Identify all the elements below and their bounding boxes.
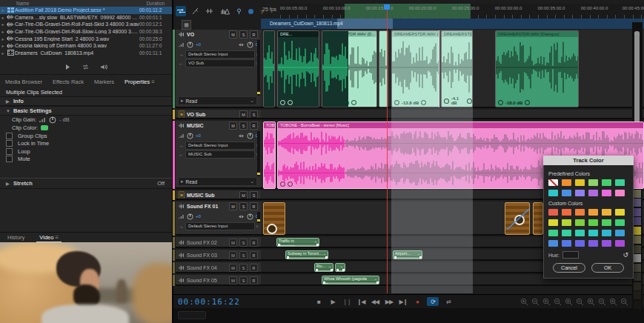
clip-gain-knob[interactable]: [267, 224, 277, 234]
color-swatch[interactable]: [562, 230, 571, 236]
color-swatch[interactable]: [602, 230, 611, 236]
clip-waveform: [392, 31, 439, 107]
audio-clip-fx-orange[interactable]: [505, 202, 530, 235]
audio-clip-fx-green[interactable]: Whoa Whoosh (pagoda ec...⌄: [322, 276, 379, 284]
color-swatch[interactable]: [615, 219, 625, 226]
audio-clip-vo[interactable]: DREAMERSTDR.WAV (D...-17.6 dB: [322, 30, 377, 107]
color-swatch[interactable]: [575, 179, 585, 186]
clip-name: TOBONE...: [264, 122, 275, 128]
color-swatch[interactable]: [562, 219, 571, 226]
clip-gain-indicator[interactable]: -4.1 dB: [444, 96, 472, 105]
color-swatch[interactable]: [588, 230, 598, 236]
audio-clip-vo[interactable]: DREAMERSTDR.WAV [Dialogue]-18.0 dB: [495, 30, 579, 107]
audio-clip-fx-green[interactable]: Ro...⌄: [314, 263, 333, 272]
audio-clip-vo[interactable]: DREAMERSTDR...-4.1 dB: [441, 30, 473, 107]
color-swatch[interactable]: [548, 219, 558, 226]
clip-waveform: [264, 31, 275, 107]
color-swatch[interactable]: [615, 240, 625, 247]
color-swatch[interactable]: [548, 230, 558, 236]
clip-gain-knob[interactable]: [394, 100, 399, 105]
color-swatch[interactable]: [562, 179, 571, 186]
clip-name: DRE...: [278, 31, 319, 37]
color-swatch[interactable]: [562, 190, 571, 196]
playhead-line: [387, 9, 388, 293]
color-swatch[interactable]: [575, 209, 585, 216]
stereo-lane: [278, 130, 644, 157]
color-swatch[interactable]: [588, 179, 598, 186]
color-swatch[interactable]: [602, 240, 611, 247]
color-swatch[interactable]: [615, 230, 625, 236]
color-swatch[interactable]: [548, 190, 558, 196]
audio-clip-fx-orange[interactable]: [263, 202, 285, 235]
color-swatch[interactable]: [615, 209, 625, 216]
crossfade-line: [439, 30, 439, 107]
color-swatch[interactable]: [588, 219, 598, 226]
hue-label: Hue:: [548, 253, 560, 258]
clip-gain-indicator[interactable]: -17.6 dB: [325, 100, 356, 105]
predefined-colors-grid: [548, 179, 628, 196]
color-swatch[interactable]: [562, 209, 571, 216]
audio-clip-vo[interactable]: [263, 30, 275, 107]
audio-clip-fx-green[interactable]: Traffic in downtow...⌄: [276, 238, 319, 247]
clip-fx-knob[interactable]: [421, 100, 426, 105]
reset-icon[interactable]: ↺: [623, 251, 628, 259]
ok-button[interactable]: OK: [591, 263, 624, 273]
clip-waveform: [322, 31, 348, 107]
color-swatch[interactable]: [588, 190, 598, 196]
color-swatch[interactable]: [602, 219, 611, 226]
audio-clip-fx-green[interactable]: Airport...⌄: [393, 250, 422, 259]
audio-clip-music[interactable]: TOBONE...: [263, 121, 276, 189]
clip-gain-value: -13.8 dB: [402, 101, 419, 105]
color-swatch[interactable]: [588, 240, 598, 247]
color-swatch[interactable]: [548, 240, 558, 247]
clip-waveform: [348, 31, 377, 107]
color-swatch[interactable]: [602, 190, 611, 196]
color-swatch[interactable]: [562, 240, 571, 247]
cancel-button[interactable]: Cancel: [553, 263, 585, 273]
color-swatch[interactable]: [575, 240, 585, 247]
clip-waveform: [496, 31, 579, 107]
clip-knobs[interactable]: [280, 100, 293, 105]
clip-waveform: [278, 31, 319, 107]
clip-gain-indicator[interactable]: -13.8 dB: [394, 100, 426, 105]
color-swatch[interactable]: [575, 190, 585, 196]
audio-clip-fx-orange[interactable]: [533, 202, 543, 235]
clip-name: DREAMERSTDR.WAV (Di...: [392, 31, 439, 37]
color-swatch[interactable]: [615, 190, 625, 196]
custom-colors-label: Custom Colors: [548, 201, 628, 206]
clip-gain-value: -18.0 dB: [505, 101, 522, 105]
track-color-dialog: Track Color Predefined Colors Custom Col…: [543, 156, 634, 279]
color-swatch[interactable]: [615, 179, 625, 186]
clip-fx-knob[interactable]: [525, 100, 530, 105]
color-swatch[interactable]: [588, 209, 598, 216]
color-swatch[interactable]: [602, 179, 611, 186]
clip-name: DREAMERSTDR.WAV [Dialogue]: [496, 31, 578, 37]
audio-clip-fx-green[interactable]: ⌄: [335, 263, 345, 272]
predefined-colors-label: Predefined Colors: [548, 171, 628, 176]
clip-gain-indicator[interactable]: -18.0 dB: [498, 100, 530, 105]
stereo-lane: [264, 159, 276, 187]
color-swatch-none[interactable]: [548, 179, 558, 186]
clip-gain-knob[interactable]: [444, 99, 449, 104]
clip-fx-knob[interactable]: [467, 99, 472, 104]
clip-fx-knob[interactable]: [351, 100, 356, 105]
audio-clip-vo[interactable]: DRE...: [277, 30, 319, 107]
clip-name: DREAMERSTDR.WAV (D...: [322, 31, 376, 37]
color-swatch[interactable]: [575, 219, 585, 226]
clip-gain-knob[interactable]: [325, 100, 330, 105]
custom-colors-grid: [548, 209, 628, 247]
clip-name: DREAMERSTDR...: [442, 31, 472, 37]
clip-gain-knob[interactable]: [498, 100, 503, 105]
clip-gain-value: -17.6 dB: [332, 101, 349, 105]
audio-clip-vo[interactable]: DREAMERSTDR.WAV (Di...-13.8 dB: [391, 30, 439, 107]
clip-knobs[interactable]: [280, 182, 293, 187]
clip-gain-value: -4.1 dB: [451, 96, 465, 105]
audio-clip-fx-green[interactable]: Subway in Toront...⌄: [285, 250, 328, 259]
color-swatch[interactable]: [602, 209, 611, 216]
stereo-lane: [264, 130, 276, 157]
playhead-handle[interactable]: [384, 4, 390, 10]
hue-input[interactable]: [562, 251, 579, 259]
color-swatch[interactable]: [548, 209, 558, 216]
dialog-title[interactable]: Track Color: [543, 156, 634, 165]
color-swatch[interactable]: [575, 230, 585, 236]
